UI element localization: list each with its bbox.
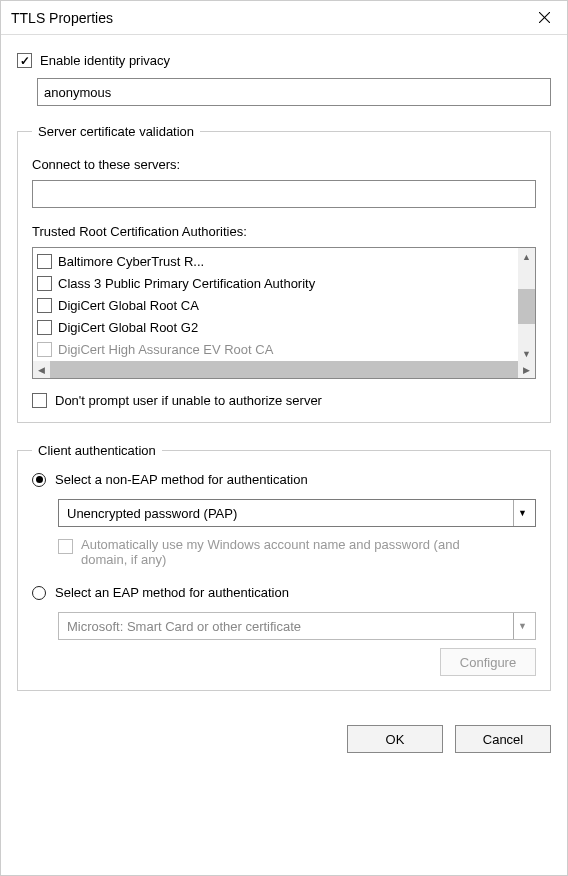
list-item-label: DigiCert Global Root G2 [58, 320, 198, 335]
list-item-checkbox[interactable] [37, 298, 52, 313]
ok-button[interactable]: OK [347, 725, 443, 753]
non-eap-selected: Unencrypted password (PAP) [67, 506, 237, 521]
connect-servers-label: Connect to these servers: [32, 157, 536, 172]
non-eap-radio[interactable] [32, 473, 46, 487]
eap-radio-row: Select an EAP method for authentication [32, 585, 536, 600]
enable-identity-checkbox[interactable] [17, 53, 32, 68]
horizontal-scrollbar[interactable]: ◀ ▶ [33, 361, 535, 378]
dont-prompt-row: Don't prompt user if unable to authorize… [32, 393, 536, 408]
scroll-left-icon[interactable]: ◀ [33, 361, 50, 378]
scroll-thumb[interactable] [518, 289, 535, 324]
server-validation-group: Server certificate validation Connect to… [17, 124, 551, 423]
list-item-label: DigiCert Global Root CA [58, 298, 199, 313]
identity-input-wrap [37, 78, 551, 106]
dont-prompt-checkbox[interactable] [32, 393, 47, 408]
enable-identity-row: Enable identity privacy [17, 53, 551, 68]
non-eap-block: Unencrypted password (PAP) ▼ Automatical… [58, 499, 536, 567]
close-button[interactable] [521, 1, 567, 35]
list-item[interactable]: DigiCert Global Root CA [37, 294, 514, 316]
auto-windows-row: Automatically use my Windows account nam… [58, 537, 536, 567]
hscroll-thumb[interactable] [50, 361, 518, 378]
dialog-content: Enable identity privacy Server certifica… [1, 35, 567, 721]
client-auth-group: Client authentication Select a non-EAP m… [17, 443, 551, 691]
scroll-down-icon[interactable]: ▼ [518, 345, 535, 362]
non-eap-label: Select a non-EAP method for authenticati… [55, 472, 308, 487]
eap-label: Select an EAP method for authentication [55, 585, 289, 600]
identity-input[interactable] [37, 78, 551, 106]
non-eap-radio-row: Select a non-EAP method for authenticati… [32, 472, 536, 487]
cancel-button[interactable]: Cancel [455, 725, 551, 753]
list-item[interactable]: DigiCert Global Root G2 [37, 316, 514, 338]
titlebar: TTLS Properties [1, 1, 567, 35]
chevron-down-icon: ▼ [513, 613, 531, 639]
window-title: TTLS Properties [11, 10, 113, 26]
configure-button: Configure [440, 648, 536, 676]
server-validation-legend: Server certificate validation [32, 124, 200, 139]
configure-label: Configure [460, 655, 516, 670]
trusted-roots-listbox[interactable]: Baltimore CyberTrust R... Class 3 Public… [32, 247, 536, 379]
enable-identity-label: Enable identity privacy [40, 53, 170, 68]
connect-servers-wrap [32, 180, 536, 208]
list-item-checkbox[interactable] [37, 342, 52, 357]
close-icon [539, 12, 550, 23]
eap-radio[interactable] [32, 586, 46, 600]
list-item-checkbox[interactable] [37, 254, 52, 269]
auto-windows-label: Automatically use my Windows account nam… [81, 537, 471, 567]
list-item-label: Baltimore CyberTrust R... [58, 254, 204, 269]
client-auth-legend: Client authentication [32, 443, 162, 458]
chevron-down-icon: ▼ [513, 500, 531, 526]
eap-dropdown: Microsoft: Smart Card or other certifica… [58, 612, 536, 640]
eap-selected: Microsoft: Smart Card or other certifica… [67, 619, 301, 634]
list-item-checkbox[interactable] [37, 320, 52, 335]
vertical-scrollbar[interactable]: ▲ ▼ [518, 248, 535, 362]
configure-row: Configure [58, 648, 536, 676]
list-item-label: Class 3 Public Primary Certification Aut… [58, 276, 315, 291]
list-item-label: DigiCert High Assurance EV Root CA [58, 342, 273, 357]
list-item[interactable]: DigiCert High Assurance EV Root CA [37, 338, 514, 360]
scroll-up-icon[interactable]: ▲ [518, 248, 535, 265]
eap-block: Microsoft: Smart Card or other certifica… [58, 612, 536, 676]
cancel-label: Cancel [483, 732, 523, 747]
trusted-roots-label: Trusted Root Certification Authorities: [32, 224, 536, 239]
trusted-roots-items: Baltimore CyberTrust R... Class 3 Public… [33, 248, 518, 361]
non-eap-dropdown[interactable]: Unencrypted password (PAP) ▼ [58, 499, 536, 527]
auto-windows-checkbox [58, 539, 73, 554]
ok-label: OK [386, 732, 405, 747]
list-item[interactable]: Baltimore CyberTrust R... [37, 250, 514, 272]
connect-servers-input[interactable] [32, 180, 536, 208]
dialog-button-row: OK Cancel [1, 725, 567, 769]
scroll-right-icon[interactable]: ▶ [518, 361, 535, 378]
list-item-checkbox[interactable] [37, 276, 52, 291]
dont-prompt-label: Don't prompt user if unable to authorize… [55, 393, 322, 408]
list-item[interactable]: Class 3 Public Primary Certification Aut… [37, 272, 514, 294]
